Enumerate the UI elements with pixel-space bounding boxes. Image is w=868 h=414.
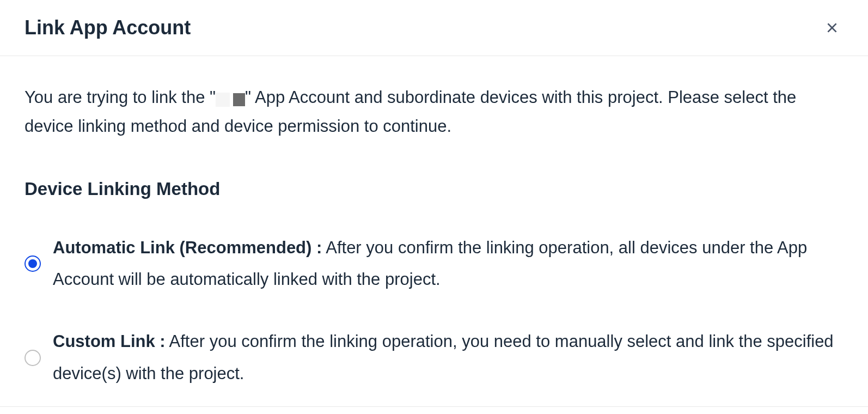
radio-label-rest: After you confirm the linking operation,… (53, 332, 834, 383)
section-title: Device Linking Method (25, 179, 843, 199)
radio-group-linking-method: Automatic Link (Recommended) : After you… (25, 232, 843, 391)
linking-method-custom[interactable]: Custom Link : After you confirm the link… (25, 326, 843, 390)
intro-pre: You are trying to link the " (25, 88, 216, 107)
radio-label: Custom Link : After you confirm the link… (53, 326, 843, 390)
radio-icon (25, 255, 41, 272)
radio-icon (25, 350, 41, 366)
dialog-title: Link App Account (25, 16, 191, 39)
link-app-account-dialog: Link App Account You are trying to link … (0, 0, 868, 414)
redacted-account-name (216, 84, 245, 112)
radio-label-bold: Automatic Link (Recommended) : (53, 238, 322, 257)
dialog-header: Link App Account (0, 0, 868, 56)
close-button[interactable] (821, 16, 843, 39)
intro-text: You are trying to link the "" App Accoun… (25, 83, 843, 141)
dialog-footer: Cancel OK (0, 406, 868, 414)
dialog-body: You are trying to link the "" App Accoun… (0, 56, 868, 406)
radio-label: Automatic Link (Recommended) : After you… (53, 232, 843, 296)
close-icon (825, 21, 839, 35)
linking-method-automatic[interactable]: Automatic Link (Recommended) : After you… (25, 232, 843, 296)
radio-label-bold: Custom Link : (53, 332, 166, 351)
